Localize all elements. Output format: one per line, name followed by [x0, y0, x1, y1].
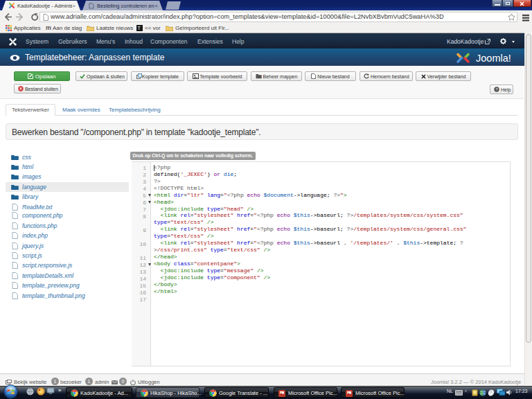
svg-text:?: ? — [495, 87, 497, 91]
